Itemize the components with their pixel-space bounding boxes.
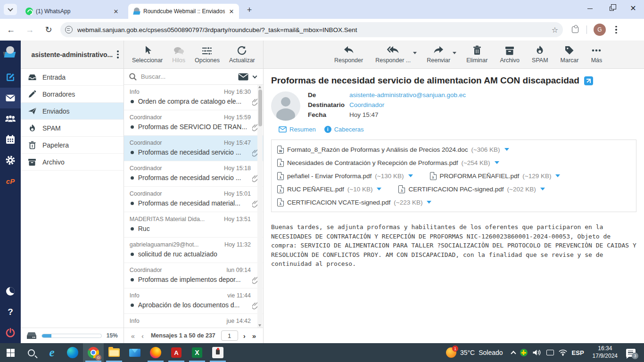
select-button[interactable]: Seleccionar [132, 45, 163, 64]
attachment-menu-icon[interactable] [555, 174, 560, 177]
message-row[interactable]: CoordinadorHoy 15:01 Proformas de necesi… [124, 187, 263, 212]
search-input[interactable] [141, 73, 234, 80]
more-button[interactable]: Más [591, 45, 602, 64]
site-info-icon[interactable] [65, 26, 73, 33]
attachment-item[interactable]: λ PROFORMA PEÑAFIEL.pdf (~129 KB) [430, 172, 561, 180]
edge-button[interactable] [62, 343, 83, 362]
search-options-chevron-icon[interactable] [253, 74, 257, 79]
compose-icon[interactable] [0, 67, 21, 88]
notification-center-icon[interactable]: 3 [626, 349, 636, 357]
antivirus-icon[interactable] [520, 349, 528, 356]
reply-button[interactable]: Responder [334, 45, 363, 64]
excel-button[interactable]: X [187, 343, 207, 362]
account-header[interactable]: asistente-administrativo... [21, 41, 124, 69]
forward-dropdown-icon[interactable] [453, 52, 456, 54]
first-page-button[interactable]: « [128, 332, 138, 340]
page-number-input[interactable]: 1 [221, 330, 238, 341]
acrobat-button[interactable]: A [166, 343, 187, 362]
firefox-button[interactable] [145, 343, 166, 362]
calendar-icon[interactable] [0, 129, 21, 150]
attachment-item[interactable]: λ Necesidades de Contratación y Recepció… [277, 159, 499, 167]
scroll-up-icon[interactable] [258, 86, 261, 88]
contacts-icon[interactable] [0, 108, 21, 129]
tab-whatsapp[interactable]: (1) WhatsApp ✕ [21, 4, 124, 19]
new-tab-button[interactable]: + [244, 5, 255, 15]
message-row[interactable]: CoordinadorHoy 15:59 Proformas de SERVIC… [124, 110, 263, 136]
next-page-button[interactable]: › [240, 332, 249, 340]
scroll-down-icon[interactable] [258, 324, 261, 327]
message-row[interactable]: CoordinadorHoy 15:18 Proformas de necesi… [124, 161, 263, 187]
folder-archivo[interactable]: Archivo [21, 154, 124, 171]
attachment-menu-icon[interactable] [377, 188, 381, 190]
message-row[interactable]: gabrielaguamani29@hot...Hoy 11:32 solici… [124, 238, 263, 263]
mail-icon[interactable] [0, 88, 21, 108]
list-scrollbar[interactable] [257, 85, 263, 328]
close-window-button[interactable]: ✕ [622, 0, 644, 17]
folder-papelera[interactable]: Papelera [21, 137, 124, 154]
prev-page-button[interactable]: ‹ [138, 332, 147, 340]
restore-button[interactable] [601, 0, 622, 17]
attachment-item[interactable]: λ CERTIFICACION PAC-signed.pdf (~202 KB) [398, 185, 545, 193]
forward-button[interactable]: Reenviar [427, 45, 450, 64]
headers-link[interactable]: i Cabeceras [324, 126, 364, 133]
attachment-menu-icon[interactable] [504, 148, 509, 151]
forward-button[interactable]: → [22, 22, 38, 38]
internet-explorer-button[interactable]: e [41, 343, 62, 362]
mark-button[interactable]: Marcar [561, 45, 579, 64]
folder-menu-button[interactable] [117, 50, 119, 58]
start-button[interactable] [0, 343, 21, 362]
profile-avatar[interactable]: G [594, 24, 606, 36]
last-page-button[interactable]: » [249, 332, 259, 340]
dark-mode-moon-icon[interactable] [0, 281, 21, 302]
file-explorer-button[interactable] [104, 343, 124, 362]
archive-button[interactable]: Archivo [500, 45, 520, 64]
folder-entrada[interactable]: Entrada [21, 69, 124, 86]
address-bar[interactable]: webmail.sanjuan.gob.ec/cpsess0500890797/… [60, 22, 563, 37]
weather-widget[interactable]: 1 35°C Soleado [442, 347, 507, 358]
attachment-menu-icon[interactable] [408, 174, 413, 177]
message-row-selected[interactable]: CoordinadorHoy 15:47 Proformas de necesi… [124, 136, 263, 161]
folder-enviados[interactable]: Enviados [21, 103, 124, 120]
reply-dropdown-icon[interactable] [413, 52, 417, 54]
attachment-item[interactable]: λ peñafiel - Enviar Proforma.pdf (~130 K… [277, 172, 413, 180]
minimize-button[interactable] [579, 0, 601, 17]
browser-menu-button[interactable] [611, 26, 621, 34]
tab-roundcube[interactable]: Roundcube Webmail :: Enviados ✕ [128, 4, 239, 19]
folder-borradores[interactable]: Borradores [21, 86, 124, 103]
folder-spam[interactable]: SPAM [21, 120, 124, 137]
mail-app-button[interactable] [124, 343, 145, 362]
back-button[interactable]: ← [3, 22, 19, 38]
help-icon[interactable]: ? [0, 302, 21, 322]
attachment-menu-icon[interactable] [427, 201, 431, 204]
tab-search-button[interactable] [4, 4, 17, 15]
refresh-button[interactable]: Actualizar [229, 45, 255, 64]
search-scope-mail-icon[interactable] [238, 73, 248, 81]
close-tab-icon[interactable]: ✕ [228, 8, 235, 15]
attachment-menu-icon[interactable] [540, 188, 545, 190]
roundcube-logo-icon[interactable] [0, 41, 21, 67]
summary-link[interactable]: Resumen [279, 126, 316, 133]
delete-button[interactable]: Eliminar [466, 45, 487, 64]
taskbar-search-button[interactable] [21, 343, 41, 362]
spam-button[interactable]: SPAM [532, 45, 548, 64]
chrome-button[interactable]: G [83, 343, 104, 362]
threads-button[interactable]: Hilos [172, 45, 185, 64]
attachment-item[interactable]: W Formato_8_Razón de Proformas y Análisi… [277, 146, 509, 154]
message-row[interactable]: Coordinadorlun 09:14 Proformas de implem… [124, 263, 263, 288]
reload-button[interactable]: ↻ [41, 22, 57, 38]
url-text[interactable]: webmail.sanjuan.gob.ec/cpsess0500890797/… [77, 26, 548, 33]
message-row[interactable]: MADERITAS Material Dida...Hoy 13:51 Ruc [124, 212, 263, 238]
logout-power-icon[interactable] [0, 322, 21, 343]
cpanel-icon[interactable]: cP [0, 171, 21, 191]
open-in-new-window-icon[interactable] [584, 76, 593, 85]
scrollbar-thumb[interactable] [258, 90, 262, 126]
attachment-item[interactable]: λ CERTIFICACION VCATE-signed.pdf (~223 K… [277, 198, 431, 206]
attachment-menu-icon[interactable] [495, 161, 499, 164]
attachment-item[interactable]: λ RUC PEÑAFIEL.pdf (~10 KB) [277, 185, 381, 193]
close-tab-icon[interactable]: ✕ [112, 8, 120, 15]
speaker-icon[interactable] [532, 349, 542, 356]
message-row[interactable]: InfoHoy 16:30 Orden de compra de catalog… [124, 85, 263, 110]
taskbar-clock[interactable]: 16:34 17/9/2024 [589, 345, 621, 360]
tray-expand-icon[interactable] [511, 351, 516, 356]
display-cast-icon[interactable] [546, 350, 554, 355]
